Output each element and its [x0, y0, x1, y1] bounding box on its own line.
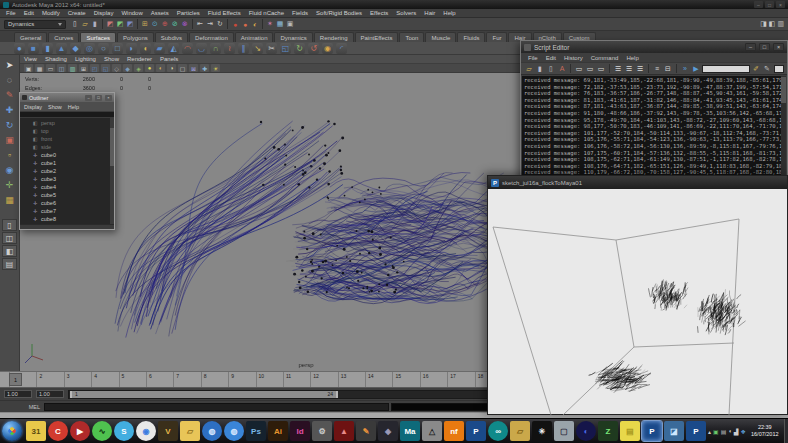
- shelf-tab[interactable]: Dynamics: [274, 32, 312, 42]
- menu-item[interactable]: Display: [90, 10, 118, 16]
- status-icon[interactable]: ⊙: [150, 19, 160, 29]
- outliner-menu-item[interactable]: Display: [21, 104, 45, 110]
- shelf-tab[interactable]: Toon: [399, 32, 424, 42]
- script-editor-menu-item[interactable]: Help: [622, 55, 642, 61]
- shelf-icon[interactable]: ↘: [252, 43, 263, 54]
- taskbar-icon[interactable]: ▶: [70, 421, 90, 441]
- outliner-item[interactable]: ✛ cube4: [20, 183, 110, 191]
- panel-menu-item[interactable]: Show: [100, 56, 123, 62]
- panel-toolbar-icon[interactable]: ⊞: [79, 64, 88, 72]
- status-icon[interactable]: ⊗: [180, 19, 190, 29]
- tray-icon[interactable]: ▴: [708, 428, 711, 435]
- script-tab-icon[interactable]: ✐: [751, 64, 761, 74]
- status-icon[interactable]: ▣: [285, 19, 295, 29]
- window-button[interactable]: –: [745, 43, 756, 51]
- outliner-menu-item[interactable]: Show: [45, 104, 65, 110]
- sidebar-toggle-icon[interactable]: ▥: [777, 20, 784, 28]
- script-editor-menu-item[interactable]: Edit: [542, 55, 560, 61]
- menu-item[interactable]: Soft/Rigid Bodies: [312, 10, 366, 16]
- panel-toolbar-icon[interactable]: ◱: [101, 64, 110, 72]
- script-editor-window[interactable]: Script Editor –□× FileEditHistoryCommand…: [520, 40, 788, 187]
- taskbar-icon[interactable]: ▱: [180, 421, 200, 441]
- taskbar-icon[interactable]: ◉: [136, 421, 156, 441]
- taskbar-icon[interactable]: ◪: [664, 421, 684, 441]
- status-icon[interactable]: ◩: [115, 19, 125, 29]
- taskbar-icon[interactable]: P: [686, 421, 706, 441]
- tray-icon[interactable]: ▟: [734, 428, 739, 435]
- menu-item[interactable]: Fluid Effects: [204, 10, 245, 16]
- status-icon[interactable]: ⊕: [160, 19, 170, 29]
- shelf-icon[interactable]: ●: [14, 43, 25, 54]
- shelf-tab[interactable]: Fluids: [457, 32, 485, 42]
- scrollbar-thumb[interactable]: [781, 77, 786, 103]
- script-history-output[interactable]: received message: 69,181,-33:49,185,-22:…: [522, 76, 786, 185]
- taskbar-icon[interactable]: ▤: [620, 421, 640, 441]
- panel-toolbar-icon[interactable]: ✚: [200, 64, 209, 72]
- status-icon[interactable]: ↻: [215, 19, 225, 29]
- playback-start-field[interactable]: 1.00: [36, 390, 64, 398]
- tray-icon[interactable]: ◖: [728, 428, 732, 434]
- taskbar-icon[interactable]: Id: [290, 421, 310, 441]
- status-icon[interactable]: [137, 19, 138, 29]
- taskbar-icon[interactable]: ∞: [488, 421, 508, 441]
- outliner-item[interactable]: ✛ cube6: [20, 199, 110, 207]
- timeline-tick[interactable]: 12: [310, 372, 337, 387]
- status-icon[interactable]: ▯: [70, 19, 80, 29]
- script-toolbar-icon[interactable]: [570, 64, 571, 73]
- outliner-item[interactable]: ✛ cube8: [20, 215, 110, 223]
- status-icon[interactable]: ◐: [250, 19, 260, 29]
- shelf-icon[interactable]: ∥: [238, 43, 249, 54]
- timeline-tick[interactable]: 14: [365, 372, 392, 387]
- outliner-menu-item[interactable]: Help: [65, 104, 82, 110]
- timeline-tick[interactable]: 6: [146, 372, 173, 387]
- processing-window[interactable]: P sketch_jul16a_flockToMaya01: [487, 175, 788, 415]
- shelf-icon[interactable]: ◉: [322, 43, 333, 54]
- shelf-tab[interactable]: Polygons: [117, 32, 154, 42]
- shelf-icon[interactable]: ▲: [56, 43, 67, 54]
- shelf-icon[interactable]: ◎: [84, 43, 95, 54]
- shelf-tab[interactable]: Rendering: [314, 32, 354, 42]
- outliner-vertical-scrollbar[interactable]: [110, 118, 114, 224]
- status-icon[interactable]: ⇤: [195, 19, 205, 29]
- script-toolbar-icon[interactable]: [609, 64, 610, 73]
- taskbar-icon[interactable]: ✎: [356, 421, 376, 441]
- taskbar-icon[interactable]: ▢: [554, 421, 574, 441]
- outliner-item[interactable]: ✛ cube0: [20, 151, 110, 159]
- shelf-icon[interactable]: ◱: [280, 43, 291, 54]
- menu-item[interactable]: Particles: [173, 10, 204, 16]
- shelf-icon[interactable]: ◡: [196, 43, 207, 54]
- tray-icon[interactable]: ▤: [721, 428, 727, 435]
- window-button[interactable]: –: [754, 1, 763, 8]
- taskbar-icon[interactable]: Ps: [246, 421, 266, 441]
- menu-item[interactable]: Create: [64, 10, 90, 16]
- taskbar-icon[interactable]: ◈: [378, 421, 398, 441]
- taskbar-icon[interactable]: ▱: [510, 421, 530, 441]
- menu-item[interactable]: File: [2, 10, 20, 16]
- flock-simulation-canvas[interactable]: [488, 189, 787, 415]
- timeline-tick[interactable]: 2: [36, 372, 63, 387]
- script-toolbar-icon[interactable]: ▶: [691, 64, 701, 74]
- status-icon[interactable]: ●: [240, 19, 250, 29]
- panel-menu-item[interactable]: Lighting: [71, 56, 100, 62]
- taskbar-icon[interactable]: S: [114, 421, 134, 441]
- timeline-playhead[interactable]: 1: [9, 373, 22, 386]
- tray-icon[interactable]: ▣: [713, 428, 719, 435]
- script-toolbar-icon[interactable]: [648, 64, 649, 73]
- tool-icon[interactable]: ▣: [2, 132, 18, 147]
- outliner-titlebar[interactable]: Outliner –□×: [20, 93, 114, 102]
- shelf-tab[interactable]: General: [14, 32, 47, 42]
- status-icon[interactable]: [192, 19, 193, 29]
- shelf-icon[interactable]: ○: [98, 43, 109, 54]
- taskbar-icon[interactable]: 31: [26, 421, 46, 441]
- timeline-tick[interactable]: 15: [392, 372, 419, 387]
- scrollbar-thumb[interactable]: [110, 128, 114, 166]
- menu-item[interactable]: Modify: [38, 10, 64, 16]
- status-icon[interactable]: [262, 19, 263, 29]
- tool-icon[interactable]: ▫: [2, 147, 18, 162]
- timeline-tick[interactable]: 11: [283, 372, 310, 387]
- taskbar-icon[interactable]: ▲: [334, 421, 354, 441]
- script-side-field[interactable]: [774, 65, 784, 73]
- panel-toolbar-icon[interactable]: ▥: [68, 64, 77, 72]
- menu-item[interactable]: Assets: [147, 10, 173, 16]
- shelf-icon[interactable]: ◗: [126, 43, 137, 54]
